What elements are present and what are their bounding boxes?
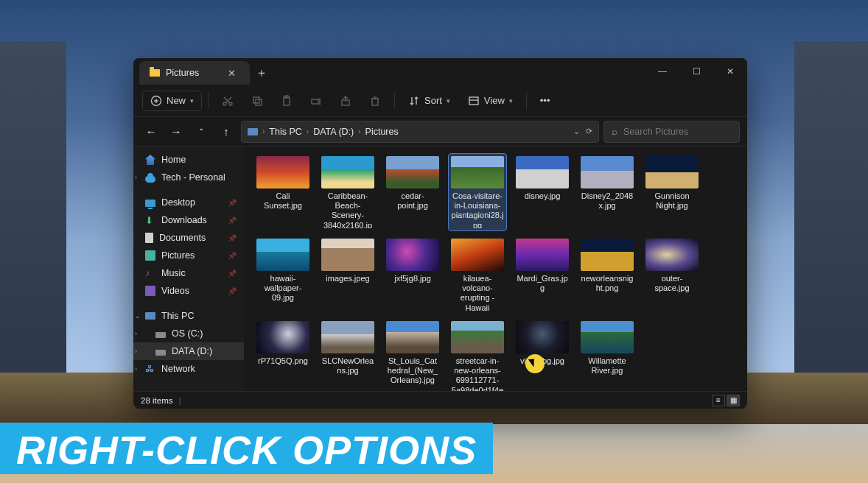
file-thumbnail (386, 239, 439, 271)
file-item[interactable]: St_Louis_Cathedral_(New_Orleans).jpg (384, 319, 441, 391)
refresh-icon[interactable]: ⟳ (586, 127, 592, 136)
file-item[interactable]: Gunnison Night.jpg (643, 154, 701, 230)
file-item[interactable]: Cosa-visitare-in-Louisiana-piantagioni28… (449, 154, 506, 230)
plus-circle-icon (150, 95, 162, 107)
sidebar-label: Downloads (161, 215, 207, 225)
file-item[interactable]: Caribbean-Beach-Scenery-3840x2160.jpg (319, 154, 377, 230)
file-thumbnail (581, 156, 634, 188)
copy-button[interactable] (244, 91, 270, 111)
expand-icon[interactable]: › (135, 174, 137, 181)
file-name: disney.jpg (525, 191, 561, 201)
breadcrumb-part[interactable]: This PC (269, 127, 301, 137)
sidebar-label: Documents (159, 233, 206, 243)
file-item[interactable]: Mardi_Gras.jpg (514, 236, 571, 313)
drive-icon (155, 332, 166, 338)
file-name: Willamette River.jpg (581, 356, 634, 376)
details-view-button[interactable]: ≡ (712, 395, 725, 406)
file-thumbnail (516, 156, 569, 188)
file-name: Disney2_2048x.jpg (581, 191, 634, 211)
sidebar-item-network[interactable]: ›🖧Network (133, 360, 244, 378)
tiles-view-button[interactable]: ▦ (727, 395, 740, 406)
tab-title: Pictures (166, 68, 199, 78)
rename-button[interactable] (303, 91, 329, 111)
search-box[interactable]: ⌕ (603, 121, 740, 143)
address-bar[interactable]: › This PC › DATA (D:) › Pictures ⌄ ⟳ (241, 121, 599, 143)
close-button[interactable]: ✕ (713, 58, 747, 85)
file-item[interactable]: images.jpeg (319, 236, 377, 313)
chevron-down-icon: ▾ (447, 97, 450, 105)
sidebar-item-drive-c[interactable]: ›OS (C:) (133, 325, 244, 342)
file-name: video-bg.jpg (520, 356, 564, 366)
sidebar-label: Tech - Personal (161, 172, 225, 183)
expand-icon[interactable]: › (135, 348, 137, 355)
file-item[interactable]: Disney2_2048x.jpg (578, 154, 636, 230)
sidebar-item-videos[interactable]: Videos📌 (133, 282, 244, 300)
file-item[interactable]: jxf5jg8.jpg (384, 236, 441, 313)
file-item[interactable]: Willamette River.jpg (578, 319, 636, 391)
more-button[interactable]: ••• (533, 91, 558, 110)
file-item[interactable]: Cali Sunset.jpg (254, 154, 312, 230)
up-button[interactable]: ⌃ (191, 121, 211, 142)
breadcrumb-part[interactable]: Pictures (365, 127, 399, 137)
dropdown-icon[interactable]: ⌄ (573, 127, 580, 136)
maximize-button[interactable]: ☐ (679, 58, 713, 85)
file-explorer-window: Pictures ✕ ＋ ― ☐ ✕ New ▾ Sort ▾ (133, 58, 747, 409)
paste-button[interactable] (273, 91, 300, 111)
file-thumbnail (451, 239, 504, 271)
tab-close-button[interactable]: ✕ (223, 68, 239, 79)
file-thumbnail (321, 321, 374, 353)
up-one-level-button[interactable]: ↑ (216, 121, 237, 142)
sidebar-item-home[interactable]: Home (133, 151, 244, 169)
forward-button[interactable]: → (166, 121, 186, 142)
file-thumbnail (386, 156, 439, 188)
file-item[interactable]: disney.jpg (514, 154, 571, 230)
sidebar-item-desktop[interactable]: Desktop📌 (133, 194, 244, 211)
delete-button[interactable] (362, 91, 388, 111)
new-tab-button[interactable]: ＋ (250, 61, 273, 85)
sidebar-item-downloads[interactable]: ⬇Downloads📌 (133, 211, 244, 229)
file-name: Cali Sunset.jpg (256, 191, 309, 211)
window-tab[interactable]: Pictures ✕ (139, 61, 250, 85)
collapse-icon[interactable]: ⌄ (135, 312, 141, 320)
chevron-down-icon: ▾ (190, 97, 194, 105)
ellipsis-icon: ••• (540, 95, 550, 106)
trash-icon (369, 95, 381, 107)
search-input[interactable] (623, 127, 732, 137)
file-item[interactable]: streetcar-in-new-orleans-699112771-5a98d… (449, 319, 506, 391)
cut-button[interactable] (214, 91, 241, 111)
file-thumbnail (645, 156, 699, 188)
content-area[interactable]: Cali Sunset.jpgCaribbean-Beach-Scenery-3… (244, 147, 747, 391)
share-button[interactable] (332, 91, 359, 111)
expand-icon[interactable]: › (135, 365, 137, 373)
svg-rect-8 (256, 99, 262, 105)
rename-icon (310, 95, 322, 107)
file-item[interactable]: rP71Q5Q.png (254, 319, 312, 391)
file-item[interactable]: video-bg.jpg (514, 319, 571, 391)
search-icon: ⌕ (612, 127, 617, 137)
sidebar-item-music[interactable]: ♪Music📌 (133, 264, 244, 282)
sidebar-label: OS (C:) (172, 328, 203, 339)
sidebar-item-documents[interactable]: Documents📌 (133, 229, 244, 247)
file-item[interactable]: cedar-point.jpg (384, 154, 441, 230)
item-count: 28 items (141, 396, 172, 405)
file-item[interactable]: SLCNewOrleans.jpg (319, 319, 377, 391)
back-button[interactable]: ← (141, 121, 161, 142)
minimize-button[interactable]: ― (645, 58, 679, 85)
file-item[interactable]: outer-space.jpg (643, 236, 701, 313)
file-item[interactable]: hawaii-wallpaper-09.jpg (254, 236, 312, 313)
pin-icon: 📌 (228, 234, 237, 242)
file-item[interactable]: kilauea-volcano-erupting - Hawaii Pictur… (449, 236, 506, 313)
sidebar-item-pictures[interactable]: Pictures📌 (133, 247, 244, 264)
sidebar-item-this-pc[interactable]: ⌄This PC (133, 307, 244, 325)
expand-icon[interactable]: › (135, 330, 137, 337)
view-button[interactable]: View ▾ (461, 91, 520, 111)
sidebar-label: DATA (D:) (172, 346, 212, 356)
window-controls: ― ☐ ✕ (645, 58, 747, 85)
new-button[interactable]: New ▾ (142, 91, 202, 111)
sort-button[interactable]: Sort ▾ (401, 91, 458, 111)
sidebar-item-onedrive[interactable]: › Tech - Personal (133, 169, 244, 186)
breadcrumb-part[interactable]: DATA (D:) (313, 127, 354, 137)
file-item[interactable]: neworleansnight.png (578, 236, 636, 313)
pin-icon: 📌 (228, 287, 237, 295)
sidebar-item-drive-d[interactable]: ›DATA (D:) (133, 342, 244, 360)
